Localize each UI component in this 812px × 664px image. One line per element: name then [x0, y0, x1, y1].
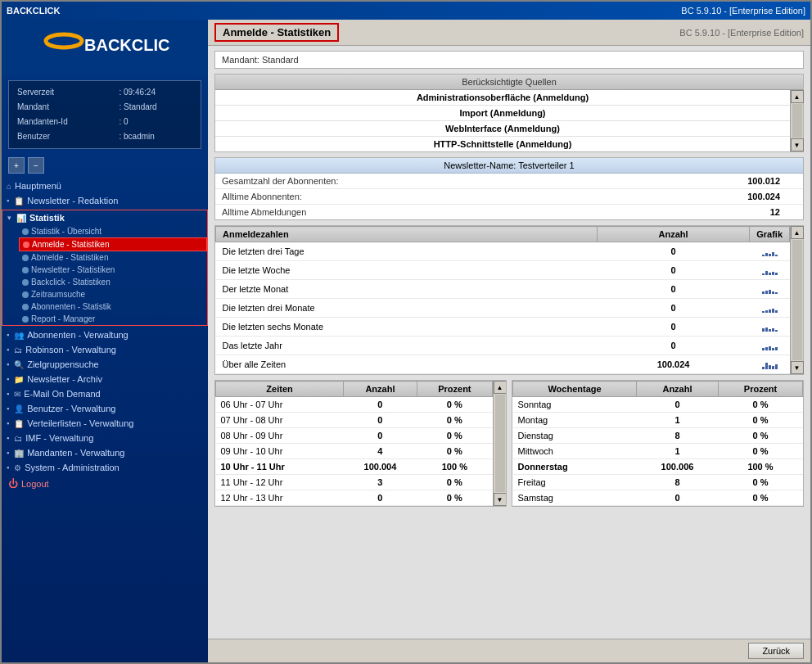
anmelde-row-label: Die letzten drei Monate [216, 299, 598, 318]
sources-header: Berücksichtigte Quellen [215, 75, 803, 90]
time-row: 07 Uhr - 08 Uhr00 % [216, 413, 493, 428]
scroll-arrow-down[interactable]: ▼ [791, 138, 804, 151]
sidebar-item-abonnenten-verwaltung[interactable]: ▪ 👥 Abonnenten - Verwaltung [2, 327, 208, 342]
sidebar-item-backclick-statistiken[interactable]: Backclick - Statistiken [19, 276, 207, 288]
chart-bar [762, 328, 765, 332]
logout-label: Logout [21, 479, 49, 489]
svg-text:BACKCLICK: BACKCLICK [84, 36, 170, 54]
arch-icon: 📁 [14, 375, 24, 384]
expand-icon-vert: ▪ [7, 419, 9, 427]
time-scroll-down[interactable]: ▼ [494, 493, 507, 506]
toolbar-btn-minus[interactable]: − [28, 157, 44, 174]
anmelde-row-label: Die letzten drei Tage [216, 242, 598, 261]
sidebar-item-zeitraumsuche[interactable]: Zeitraumsuche [19, 288, 207, 300]
chart-bar [775, 255, 778, 256]
time-row: 06 Uhr - 07 Uhr00 % [216, 397, 493, 413]
sidebar-item-imf-verwaltung[interactable]: ▪ 🗂 IMF - Verwaltung [2, 431, 208, 445]
sidebar-item-abmelde-statistiken[interactable]: Abmelde - Statistiken [19, 251, 207, 264]
chart-bar [765, 271, 768, 275]
sidebar-item-system-administration[interactable]: ▪ ⚙ System - Administration [2, 460, 208, 475]
weekday-row: Mittwoch10 % [513, 444, 803, 459]
chart-bar [769, 329, 771, 332]
robinson-label: Robinson - Verwaltung [25, 345, 116, 355]
time-scrollbar[interactable]: ▲ ▼ [493, 381, 506, 506]
chart-bar [775, 330, 778, 332]
main-window: BACKCLICK BC 5.9.10 - [Enterprise Editio… [0, 0, 812, 664]
time-row-prozent: 0 % [417, 490, 492, 506]
sources-scrollbar[interactable]: ▲ ▼ [790, 90, 803, 151]
weekday-row-label: Montag [513, 413, 637, 428]
anmelde-row-label: Über alle Zeiten [216, 355, 598, 374]
rob-icon: 🗂 [14, 346, 22, 355]
sources-panel: Berücksichtigte Quellen Administrationso… [214, 74, 804, 152]
time-scroll-up[interactable]: ▲ [494, 381, 507, 394]
weekday-row: Montag10 % [513, 413, 803, 428]
anmelde-table-content: Anmeldezahlen Anzahl Grafik Die letzten … [215, 226, 790, 374]
mandanten-label: Mandanten - Verwaltung [27, 448, 124, 458]
time-table: Zeiten Anzahl Prozent 06 Uhr - 07 Uhr00 … [215, 381, 493, 506]
expand-icon-email: ▪ [7, 390, 9, 398]
sidebar-item-statistik-ubersicht[interactable]: Statistik - Übersicht [19, 225, 207, 237]
content-body: Mandant: Standard Berücksichtigte Quelle… [208, 46, 810, 639]
chart-bar [769, 346, 771, 350]
mandanten-id-value: : 0 [118, 115, 195, 129]
sidebar-toolbar: + − [2, 154, 208, 177]
time-row-prozent: 0 % [417, 475, 492, 490]
home-icon: ⌂ [7, 182, 11, 191]
time-row-prozent: 0 % [417, 413, 492, 428]
verteilerlisten-label: Verteilerlisten - Verwaltung [27, 418, 133, 428]
time-row-label: 10 Uhr - 11 Uhr [216, 459, 344, 475]
sidebar-item-hauptmenu[interactable]: ⌂ Hauptmenü [2, 178, 208, 193]
chart-bar [762, 367, 765, 369]
chart-bar [775, 347, 778, 350]
expand-icon-abo: ▪ [7, 331, 9, 339]
weekday-row: Freitag80 % [513, 475, 803, 490]
time-row: 08 Uhr - 09 Uhr00 % [216, 428, 493, 444]
chart-bar [762, 255, 765, 256]
back-button[interactable]: Zurück [748, 643, 804, 659]
scroll-arrow-up[interactable]: ▲ [791, 90, 804, 103]
sidebar-item-benutzer-verwaltung[interactable]: ▪ 👤 Benutzer - Verwaltung [2, 401, 208, 416]
anmelde-row-value: 100.024 [597, 355, 749, 374]
mandant-label: Mandant [16, 101, 116, 114]
time-col-anzahl: Anzahl [344, 382, 417, 397]
time-row-anzahl: 0 [344, 397, 417, 413]
weekday-row-label: Dienstag [513, 428, 637, 444]
anmelde-scroll-down[interactable]: ▼ [791, 361, 804, 374]
sidebar-item-newsletter-statistiken[interactable]: Newsletter - Statistiken [19, 264, 207, 276]
time-row-label: 08 Uhr - 09 Uhr [216, 428, 344, 444]
sidebar-item-report-manager[interactable]: Report - Manager [19, 313, 207, 325]
sources-list-container: Administrationsoberfläche (Anmeldung) Im… [215, 90, 803, 151]
benutzer-label: Benutzer - Verwaltung [27, 404, 115, 413]
statistik-label: Statistik [29, 213, 65, 223]
sidebar-item-email-on-demand[interactable]: ▪ ✉ E-Mail On Demand [2, 386, 208, 401]
sidebar-item-logout[interactable]: ⏻ Logout [2, 475, 208, 493]
sidebar-item-anmelde-statistiken[interactable]: Anmelde - Statistiken [19, 237, 207, 251]
anmelde-scrollbar[interactable]: ▲ ▼ [790, 226, 803, 374]
time-scroll-thumb [495, 395, 505, 492]
statistik-icon: 📊 [16, 214, 26, 223]
abonnenten-label: Abonnenten - Verwaltung [27, 330, 129, 340]
stats-label-0: Gesamtzahl der Abonnenten: [222, 176, 731, 186]
toolbar-btn-plus[interactable]: + [8, 157, 25, 174]
sidebar-item-newsletter-redaktion[interactable]: ▪ 📋 Newsletter - Redaktion [2, 193, 208, 208]
time-row-anzahl: 0 [344, 490, 417, 506]
sidebar-item-statistik[interactable]: ▾ 📊 Statistik [2, 210, 207, 225]
time-row-prozent: 100 % [417, 459, 492, 475]
weekday-row-label: Donnerstag [513, 459, 637, 475]
anmelde-row: Über alle Zeiten100.024 [216, 355, 790, 374]
anmelde-row-label: Die letzten sechs Monate [216, 318, 598, 337]
sidebar-item-robinson-verwaltung[interactable]: ▪ 🗂 Robinson - Verwaltung [2, 342, 208, 357]
anmelde-scroll-up[interactable]: ▲ [791, 226, 804, 239]
expand-icon-ziel: ▪ [7, 360, 9, 368]
sidebar-item-newsletter-archiv[interactable]: ▪ 📁 Newsletter - Archiv [2, 372, 208, 386]
stats-value-2: 12 [731, 207, 796, 217]
weekday-row-anzahl: 0 [637, 490, 719, 506]
sidebar-item-mandanten-verwaltung[interactable]: ▪ 🏢 Mandanten - Verwaltung [2, 445, 208, 460]
weekday-row-label: Freitag [513, 475, 637, 490]
dot-icon-report [22, 316, 29, 323]
chart-bar [765, 253, 768, 256]
sidebar-item-abonnenten-statistik[interactable]: Abonnenten - Statistik [19, 300, 207, 313]
sidebar-item-verteilerlisten-verwaltung[interactable]: ▪ 📋 Verteilerlisten - Verwaltung [2, 416, 208, 431]
sidebar-item-zielgruppensuche[interactable]: ▪ 🔍 Zielgruppensuche [2, 357, 208, 372]
